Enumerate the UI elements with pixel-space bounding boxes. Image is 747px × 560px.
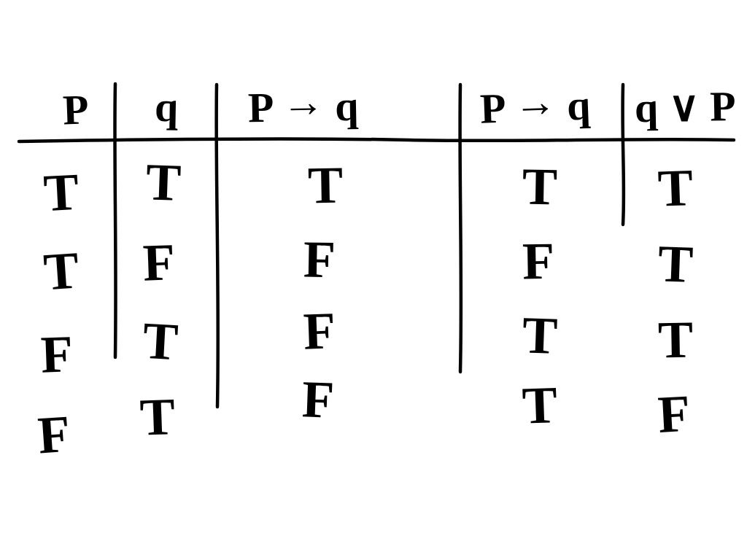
cell-r0c4: T [657,161,694,215]
cell-r2c3: T [522,308,559,362]
cell-r1c0: T [42,244,81,298]
col-header-q: q [154,86,178,129]
cell-r2c2: F [303,304,336,357]
cell-r1c4: T [657,237,694,291]
col-header-q-or-p: q ∨ P [635,85,737,129]
cell-r3c3: T [522,378,559,432]
cell-r3c2: F [301,373,335,426]
cell-r1c2: F [303,233,336,287]
col-header-p-implies-q-2: P → q [479,84,591,130]
truth-table: P q P → q P → q q ∨ P T T T T T T F F F … [0,0,747,560]
cell-r1c1: F [142,236,176,289]
col-header-p-implies-q-1: P → q [248,85,359,130]
cell-r2c4: T [657,314,693,367]
cell-r3c0: F [36,408,72,462]
cell-r0c3: T [522,160,557,214]
cell-r0c0: T [42,166,80,219]
cell-r0c1: T [145,155,182,209]
cell-r1c3: F [522,235,554,288]
cell-r3c1: T [139,390,177,444]
col-header-p: P [62,88,89,131]
cell-r2c0: F [40,327,74,381]
cell-r2c1: T [142,314,179,368]
cell-r3c4: F [657,387,692,441]
cell-r0c2: T [307,159,343,212]
